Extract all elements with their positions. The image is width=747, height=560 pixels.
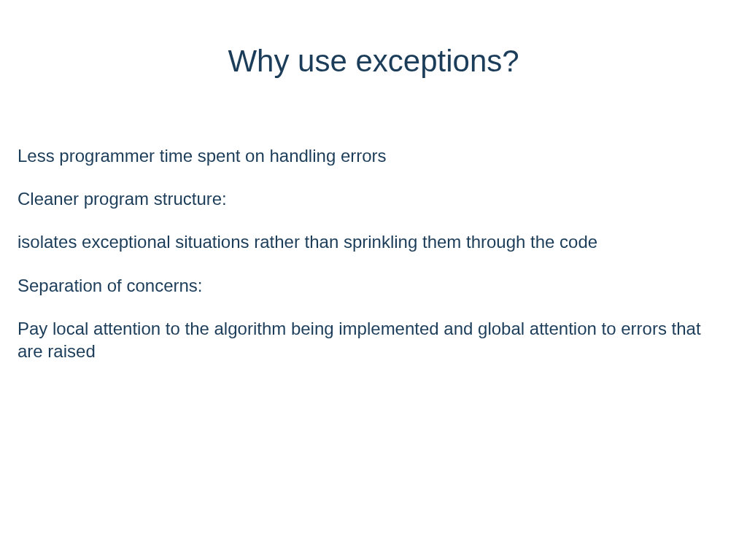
slide-title: Why use exceptions? [15, 44, 732, 79]
slide-container: Why use exceptions? Less programmer time… [0, 0, 747, 560]
slide-body: Less programmer time spent on handling e… [15, 144, 732, 362]
body-paragraph: Less programmer time spent on handling e… [18, 144, 718, 167]
body-paragraph: Pay local attention to the algorithm bei… [18, 317, 718, 362]
body-paragraph: isolates exceptional situations rather t… [18, 230, 718, 253]
body-paragraph: Cleaner program structure: [18, 187, 718, 210]
body-paragraph: Separation of concerns: [18, 274, 718, 297]
